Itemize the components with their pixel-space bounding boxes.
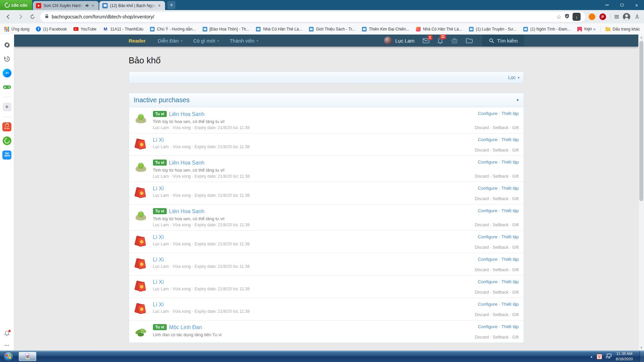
maximize-button[interactable] bbox=[614, 0, 629, 10]
notifications-bell-icon[interactable] bbox=[4, 330, 10, 338]
gift-link[interactable]: Gift bbox=[512, 312, 519, 317]
back-icon[interactable] bbox=[4, 12, 13, 21]
sellback-link[interactable]: Sellback bbox=[493, 267, 508, 272]
sellback-link[interactable]: Sellback bbox=[493, 312, 508, 317]
rail-item-coccoc[interactable] bbox=[2, 136, 12, 146]
section-header[interactable]: Inactive purchases ▾ bbox=[129, 93, 524, 107]
discard-link[interactable]: Discard bbox=[475, 335, 489, 340]
bookmark-item[interactable]: Ứng dụng bbox=[4, 26, 30, 32]
bookmark-item[interactable]: (1) Ngôn Tình - Đam... bbox=[523, 26, 571, 32]
page-scrollbar[interactable]: ▲ ▼ bbox=[638, 35, 644, 351]
nav-dien-dan[interactable]: Diễn Đàn▾ bbox=[158, 38, 182, 44]
item-title-link[interactable]: Lì Xì bbox=[153, 186, 164, 191]
configure-link[interactable]: Configure bbox=[478, 186, 497, 191]
sellback-link[interactable]: Sellback bbox=[493, 174, 508, 179]
rail-item-messenger[interactable] bbox=[2, 68, 12, 78]
sellback-link[interactable]: Sellback bbox=[493, 125, 508, 130]
discard-link[interactable]: Discard bbox=[475, 290, 489, 295]
bookmark-star-icon[interactable]: ☆ bbox=[556, 13, 561, 20]
thiet-lap-link[interactable]: Thiết lập bbox=[501, 324, 519, 329]
bookmark-item[interactable]: YouTube bbox=[73, 26, 96, 32]
tab-bao-kho[interactable]: (12) Bảo khố | Bạch Ngọc Sách × bbox=[99, 1, 165, 10]
thiet-lap-link[interactable]: Thiết lập bbox=[501, 208, 519, 213]
bookmark-item[interactable]: Nhà Có Hân Thê Là... bbox=[416, 26, 462, 32]
reading-list-icon[interactable] bbox=[614, 15, 619, 18]
bookmark-item[interactable]: f (1) Facebook bbox=[36, 26, 67, 32]
new-tab-button[interactable]: + bbox=[167, 1, 175, 9]
sellback-link[interactable]: Sellback bbox=[493, 335, 508, 340]
discard-link[interactable]: Discard bbox=[475, 125, 489, 130]
item-title-link[interactable]: Liên Hoa Sanh bbox=[169, 208, 205, 214]
unikey-tray-icon[interactable]: V bbox=[597, 354, 602, 359]
discard-link[interactable]: Discard bbox=[475, 312, 489, 317]
item-title-link[interactable]: Lì Xì bbox=[153, 302, 164, 307]
sellback-link[interactable]: Sellback bbox=[493, 148, 508, 153]
taskbar-clock[interactable]: 11:38 AM 8/18/2020 bbox=[616, 351, 633, 362]
bookmark-item[interactable]: Chú Ý - Hướng dẫn... bbox=[150, 26, 196, 32]
inbox-envelope-icon[interactable]: 1 bbox=[423, 38, 429, 43]
more-options-icon[interactable]: ••• bbox=[4, 343, 9, 347]
configure-link[interactable]: Configure bbox=[478, 279, 497, 284]
scrollbar-thumb[interactable] bbox=[639, 41, 643, 201]
coccoc-rewards-icon[interactable] bbox=[589, 13, 595, 20]
sellback-link[interactable]: Sellback bbox=[493, 245, 508, 250]
bookmark-item[interactable]: [Đào Hoa Thôn] - Th... bbox=[202, 26, 250, 32]
rail-item-settings[interactable] bbox=[2, 40, 12, 50]
browser-profile-icon[interactable] bbox=[623, 13, 630, 20]
rail-item-add[interactable]: + bbox=[2, 102, 12, 112]
reload-icon[interactable] bbox=[28, 12, 37, 21]
thiet-lap-link[interactable]: Thiết lập bbox=[501, 257, 519, 262]
taskbar-winrar-button[interactable] bbox=[19, 352, 36, 361]
item-title-link[interactable]: Mộc Linh Đan bbox=[169, 324, 202, 330]
folder-resources-icon[interactable] bbox=[466, 38, 473, 43]
close-tab-icon[interactable]: × bbox=[90, 3, 96, 8]
shop-basket-icon[interactable] bbox=[451, 38, 458, 44]
gift-link[interactable]: Gift bbox=[512, 267, 519, 272]
show-desktop-button[interactable] bbox=[640, 351, 644, 362]
configure-link[interactable]: Configure bbox=[478, 324, 497, 329]
gift-link[interactable]: Gift bbox=[512, 223, 519, 227]
item-title-link[interactable]: Lì Xì bbox=[153, 279, 164, 285]
thiet-lap-link[interactable]: Thiết lập bbox=[501, 279, 519, 284]
configure-link[interactable]: Configure bbox=[478, 111, 497, 116]
bookmark-item[interactable]: Giới Thiệu Sách - Tr... bbox=[309, 26, 355, 32]
rail-item-shopee[interactable]: Shopee bbox=[2, 122, 12, 132]
close-window-button[interactable]: × bbox=[629, 0, 644, 10]
rail-item-games[interactable] bbox=[2, 82, 12, 92]
pinterest-icon[interactable]: P bbox=[599, 13, 606, 20]
search-button[interactable]: Tìm kiếm bbox=[483, 35, 524, 47]
https-lock-icon[interactable] bbox=[45, 14, 49, 20]
discard-link[interactable]: Discard bbox=[475, 196, 489, 201]
user-name-link[interactable]: Lục Lam bbox=[395, 38, 415, 44]
tray-expand-icon[interactable]: ▲ bbox=[590, 355, 593, 358]
collapse-chevron-icon[interactable]: ▾ bbox=[517, 98, 519, 103]
scroll-up-arrow[interactable]: ▲ bbox=[639, 35, 644, 40]
bookmark-item[interactable]: (1) Luận Truyện - Sư... bbox=[469, 26, 517, 32]
gift-link[interactable]: Gift bbox=[512, 148, 519, 153]
discard-link[interactable]: Discard bbox=[475, 223, 489, 227]
gift-link[interactable]: Gift bbox=[512, 335, 519, 340]
thiet-lap-link[interactable]: Thiết lập bbox=[501, 186, 519, 191]
nav-co-gi-moi[interactable]: Có gì mới▾ bbox=[193, 38, 219, 44]
bookmark-item[interactable]: M 11A11 - ThanhEdu bbox=[103, 26, 143, 32]
discard-link[interactable]: Discard bbox=[475, 267, 489, 272]
item-title-link[interactable]: Lì Xì bbox=[153, 257, 164, 262]
rail-item-tiki[interactable]: TIKI-50% bbox=[2, 150, 12, 160]
scroll-down-arrow[interactable]: ▼ bbox=[639, 345, 644, 351]
thiet-lap-link[interactable]: Thiết lập bbox=[501, 160, 519, 165]
gift-link[interactable]: Gift bbox=[512, 290, 519, 295]
sellback-link[interactable]: Sellback bbox=[493, 196, 508, 201]
downloads-tray-icon[interactable] bbox=[634, 13, 640, 20]
bookmark-item[interactable]: Thiên Kim Đại Chiến... bbox=[362, 26, 409, 32]
audio-playing-icon[interactable] bbox=[85, 3, 90, 8]
start-button[interactable] bbox=[3, 352, 13, 362]
gift-link[interactable]: Gift bbox=[512, 125, 519, 130]
configure-link[interactable]: Configure bbox=[478, 302, 497, 307]
close-tab-icon[interactable]: × bbox=[157, 3, 162, 8]
alerts-bell-icon[interactable]: 11 bbox=[437, 38, 443, 44]
nav-thanh-vien[interactable]: Thành viên▾ bbox=[230, 38, 258, 44]
thiet-lap-link[interactable]: Thiết lập bbox=[501, 302, 519, 307]
bookmark-item[interactable]: Nhà Có Hân Thê Là... bbox=[256, 26, 302, 32]
filter-loc-link[interactable]: Lọc bbox=[508, 75, 516, 80]
thiet-lap-link[interactable]: Thiết lập bbox=[501, 111, 519, 116]
